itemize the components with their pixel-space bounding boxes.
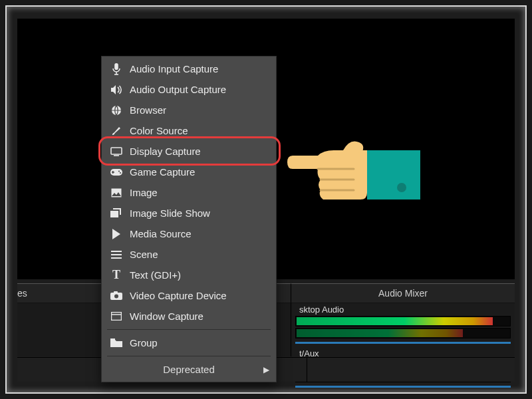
svg-rect-2 [114, 63, 118, 70]
menu-item-label: Window Capture [130, 311, 203, 322]
menu-item-label: Scene [130, 249, 158, 260]
menu-item-video-capture[interactable]: Video Capture Device [102, 285, 276, 306]
vu-meter [295, 328, 511, 338]
svg-rect-23 [112, 313, 122, 321]
menu-item-label: Media Source [130, 228, 192, 239]
menu-item-window-capture[interactable]: Window Capture [102, 306, 276, 327]
svg-rect-25 [110, 338, 115, 340]
menu-item-label: Audio Input Capture [130, 63, 218, 74]
list-icon [110, 248, 123, 261]
menu-item-label: Video Capture Device [130, 290, 227, 301]
vu-meter [295, 316, 511, 327]
mic-icon [110, 63, 123, 76]
add-source-menu: Audio Input Capture Audio Output Capture… [101, 56, 277, 382]
monitor-icon [110, 145, 123, 158]
svg-rect-16 [110, 211, 118, 217]
scenes-header-label: es [17, 288, 27, 299]
menu-item-label: Game Capture [130, 166, 195, 178]
mixer-track: sktop Audio [295, 305, 511, 346]
menu-item-label: Deprecated [163, 364, 215, 375]
menu-item-label: Group [130, 337, 158, 348]
svg-rect-26 [367, 150, 420, 200]
window-icon [110, 310, 123, 323]
menu-item-label: Image Slide Show [130, 207, 210, 219]
folder-icon [110, 336, 123, 350]
menu-item-label: Color Source [130, 125, 188, 136]
text-icon: T [110, 269, 123, 282]
menu-item-label: Image [130, 187, 158, 198]
svg-rect-10 [112, 172, 114, 173]
svg-rect-6 [111, 148, 122, 154]
volume-slider[interactable] [295, 386, 511, 388]
menu-item-deprecated[interactable]: Deprecated ▶ [102, 359, 276, 380]
camera-icon [110, 289, 123, 303]
menu-item-audio-output[interactable]: Audio Output Capture [102, 79, 276, 100]
menu-item-browser[interactable]: Browser [102, 100, 276, 120]
menu-item-image-slideshow[interactable]: Image Slide Show [102, 203, 276, 223]
track-label: sktop Audio [295, 305, 511, 315]
slides-icon [110, 207, 123, 220]
audio-mixer-panel: sktop Audio t/Aux [291, 303, 515, 356]
svg-point-27 [397, 183, 406, 192]
svg-rect-21 [114, 291, 118, 293]
menu-item-label: Display Capture [130, 146, 201, 157]
menu-item-color-source[interactable]: Color Source [102, 120, 276, 141]
menu-item-group[interactable]: Group [102, 332, 276, 353]
menu-item-label: Text (GDI+) [130, 269, 181, 281]
globe-icon [110, 104, 123, 117]
menu-separator [107, 356, 271, 356]
svg-point-11 [118, 170, 120, 172]
svg-point-12 [120, 172, 121, 173]
menu-item-audio-input[interactable]: Audio Input Capture [102, 59, 276, 79]
mixer-header-label: Audio Mixer [378, 288, 428, 299]
svg-point-22 [114, 295, 118, 299]
mixer-header[interactable]: Audio Mixer [291, 283, 515, 303]
menu-item-game-capture[interactable]: Game Capture [102, 162, 276, 182]
brush-icon [110, 124, 123, 138]
play-icon [110, 227, 123, 241]
chevron-right-icon: ▶ [263, 365, 269, 374]
annotation-pointing-hand [287, 113, 420, 233]
image-icon [110, 186, 123, 200]
menu-item-scene[interactable]: Scene [102, 244, 276, 265]
menu-item-label: Browser [130, 104, 166, 116]
gamepad-icon [110, 166, 123, 179]
menu-item-display-capture[interactable]: Display Capture [102, 141, 276, 162]
menu-item-text-gdi[interactable]: T Text (GDI+) [102, 265, 276, 285]
menu-item-media-source[interactable]: Media Source [102, 223, 276, 244]
menu-item-label: Audio Output Capture [130, 84, 226, 95]
menu-separator [107, 329, 271, 330]
app-frame: es Audio Mixer sktop Audio t/Aux [5, 5, 527, 394]
menu-item-image[interactable]: Image [102, 182, 276, 203]
volume-slider[interactable] [295, 342, 511, 344]
speaker-icon [110, 83, 123, 96]
